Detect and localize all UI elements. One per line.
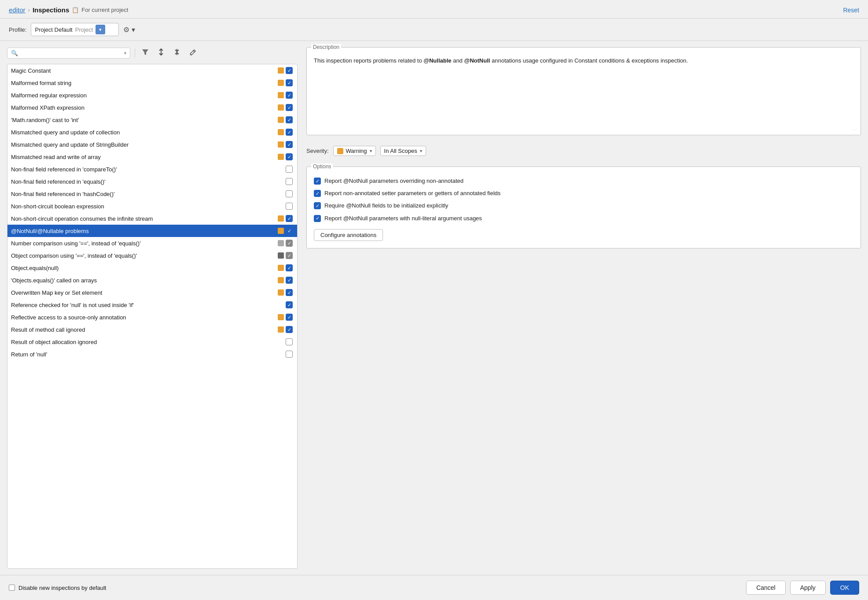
list-item-icons: ✓ (278, 252, 293, 259)
list-item[interactable]: Mismatched read and write of array✓ (7, 151, 297, 163)
resize-handle[interactable]: ⋯ (853, 127, 857, 132)
reset-button[interactable]: Reset (843, 7, 859, 14)
list-item-name: 'Math.random()' cast to 'int' (11, 117, 278, 123)
list-item[interactable]: Mismatched query and update of collectio… (7, 126, 297, 138)
list-item[interactable]: Non-short-circuit boolean expression (7, 200, 297, 212)
list-item-checkbox[interactable]: ✓ (286, 92, 293, 99)
scope-dropdown[interactable]: In All Scopes ▾ (380, 146, 426, 156)
scope-dropdown-arrow: ▾ (420, 148, 422, 153)
list-item[interactable]: 'Objects.equals()' called on arrays✓ (7, 274, 297, 286)
list-item-checkbox[interactable]: ✓ (286, 79, 293, 86)
severity-indicator (278, 326, 284, 333)
list-item[interactable]: Number comparison using '==', instead of… (7, 237, 297, 249)
list-item-checkbox[interactable] (286, 203, 293, 210)
severity-indicator (278, 215, 284, 222)
disable-checkbox[interactable] (9, 585, 15, 591)
list-item[interactable]: Malformed regular expression✓ (7, 89, 297, 101)
expand-button[interactable] (155, 47, 167, 59)
list-item[interactable]: Magic Constant✓ (7, 64, 297, 77)
list-item-checkbox[interactable]: ✓ (286, 301, 293, 308)
list-item-checkbox[interactable]: ✓ (286, 314, 293, 321)
configure-annotations-button[interactable]: Configure annotations (314, 229, 383, 241)
list-item-checkbox[interactable]: ✓ (286, 141, 293, 148)
list-item-icons (278, 178, 293, 185)
list-item-checkbox[interactable]: ✓ (286, 277, 293, 284)
option-checkbox[interactable]: ✓ (314, 190, 321, 197)
list-item-name: Result of object allocation ignored (11, 339, 278, 345)
collapse-button[interactable] (171, 47, 183, 59)
list-item[interactable]: Object comparison using '==', instead of… (7, 249, 297, 262)
list-item[interactable]: Malformed XPath expression✓ (7, 101, 297, 114)
list-item-icons: ✓ (278, 326, 293, 333)
list-item-checkbox[interactable]: ✓ (286, 289, 293, 296)
search-box: 🔍 ▾ (7, 48, 130, 59)
svg-line-4 (190, 55, 191, 55)
list-item[interactable]: Non-final field referenced in 'equals()' (7, 175, 297, 188)
severity-indicator (278, 129, 284, 135)
option-item: ✓Report @NotNull parameters with null-li… (314, 212, 853, 225)
list-item-checkbox[interactable]: ✓ (286, 240, 293, 247)
list-item-checkbox[interactable]: ✓ (286, 227, 293, 234)
list-item-checkbox[interactable]: ✓ (286, 252, 293, 259)
filter-button[interactable] (140, 47, 151, 59)
list-item[interactable]: Mismatched query and update of StringBui… (7, 138, 297, 151)
severity-indicator (278, 240, 284, 246)
list-item-checkbox[interactable]: ✓ (286, 104, 293, 111)
list-item-name: Non-final field referenced in 'compareTo… (11, 166, 278, 173)
ok-button[interactable]: OK (830, 581, 859, 595)
list-item-checkbox[interactable] (286, 351, 293, 358)
option-text: Report non-annotated setter parameters o… (324, 189, 500, 197)
list-item-checkbox[interactable] (286, 166, 293, 173)
cancel-button[interactable]: Cancel (746, 581, 786, 595)
apply-button[interactable]: Apply (790, 581, 826, 595)
profile-select[interactable]: Project Default Project ▾ (31, 23, 119, 36)
severity-indicator (278, 265, 284, 271)
breadcrumb-editor[interactable]: editor (9, 6, 26, 14)
inspection-list[interactable]: Magic Constant✓Malformed format string✓M… (7, 64, 298, 569)
breadcrumb-scope: For current project (81, 7, 128, 13)
list-item-checkbox[interactable]: ✓ (286, 67, 293, 74)
list-item[interactable]: 'Math.random()' cast to 'int'✓ (7, 114, 297, 126)
description-label: Description (311, 44, 341, 50)
list-item-icons (278, 338, 293, 345)
desc-text-middle: and (452, 57, 464, 64)
search-dropdown-arrow[interactable]: ▾ (124, 51, 126, 56)
list-item[interactable]: Result of object allocation ignored (7, 336, 297, 348)
list-item[interactable]: Non-final field referenced in 'compareTo… (7, 163, 297, 175)
list-item-checkbox[interactable]: ✓ (286, 264, 293, 271)
list-item[interactable]: Result of method call ignored✓ (7, 323, 297, 336)
list-item-checkbox[interactable]: ✓ (286, 129, 293, 136)
list-item[interactable]: Object.equals(null)✓ (7, 262, 297, 274)
list-item[interactable]: Return of 'null' (7, 348, 297, 360)
list-item[interactable]: Malformed format string✓ (7, 77, 297, 89)
list-item-checkbox[interactable] (286, 190, 293, 197)
list-item[interactable]: Reflective access to a source-only annot… (7, 311, 297, 323)
list-item-name: 'Objects.equals()' called on arrays (11, 277, 278, 284)
severity-dropdown[interactable]: Warning ▾ (333, 146, 376, 156)
list-item[interactable]: Overwritten Map key or Set element✓ (7, 286, 297, 299)
option-checkbox[interactable]: ✓ (314, 215, 321, 222)
list-item[interactable]: Non-final field referenced in 'hashCode(… (7, 188, 297, 200)
gear-button[interactable]: ⚙ ▾ (123, 26, 135, 34)
search-input[interactable] (21, 50, 121, 56)
list-item-checkbox[interactable]: ✓ (286, 153, 293, 160)
list-item-icons: ✓ (278, 116, 293, 123)
list-item-checkbox[interactable]: ✓ (286, 116, 293, 123)
list-item-icons: ✓ (278, 67, 293, 74)
severity-value: Warning (346, 148, 367, 154)
list-item[interactable]: @NotNull/@Nullable problems✓ (7, 225, 297, 237)
list-item[interactable]: Reference checked for 'null' is not used… (7, 299, 297, 311)
list-item-checkbox[interactable]: ✓ (286, 326, 293, 333)
option-checkbox[interactable]: ✓ (314, 202, 321, 209)
edit-button[interactable] (187, 47, 199, 59)
profile-dropdown-arrow[interactable]: ▾ (96, 25, 105, 34)
option-checkbox[interactable]: ✓ (314, 178, 321, 185)
list-item-checkbox[interactable]: ✓ (286, 215, 293, 222)
list-item-checkbox[interactable] (286, 178, 293, 185)
list-item-checkbox[interactable] (286, 338, 293, 345)
desc-bold2: @NotNull (464, 57, 490, 64)
profile-label: Profile: (9, 26, 26, 33)
list-item[interactable]: Non-short-circuit operation consumes the… (7, 212, 297, 225)
list-item-icons (278, 351, 293, 358)
list-item-name: Result of method call ignored (11, 326, 278, 333)
